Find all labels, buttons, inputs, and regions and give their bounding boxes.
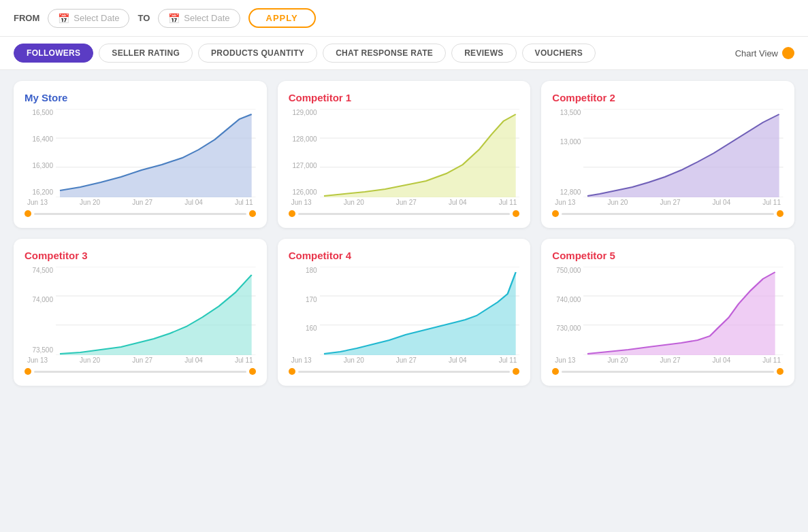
chart-card-competitor-1: Competitor 1129,000128,000127,000126,000… [278, 81, 531, 228]
chart-title-competitor-4: Competitor 4 [289, 250, 520, 261]
chart-card-my-store: My Store16,50016,40016,30016,200 Jun 13J… [14, 81, 267, 228]
range-slider-competitor-5[interactable] [552, 368, 783, 375]
range-slider-my-store[interactable] [25, 210, 256, 217]
y-axis-competitor-2: 13,50013,00012,800 [552, 109, 581, 197]
chart-svg-competitor-2 [583, 109, 783, 197]
to-date-input[interactable]: 📅 Select Date [158, 9, 240, 28]
chart-svg-competitor-1 [320, 109, 520, 197]
tab-products-quantity[interactable]: PRODUCTS QUANTITY [198, 44, 317, 63]
chart-title-competitor-2: Competitor 2 [552, 92, 783, 103]
from-date-input[interactable]: 📅 Select Date [48, 9, 129, 28]
y-axis-competitor-5: 750,000740,000730,000 [552, 267, 581, 355]
range-dot-right [777, 368, 783, 375]
chart-view-label: Chart View [735, 48, 778, 59]
range-dot-left [289, 210, 295, 217]
range-dot-right [777, 210, 783, 217]
range-line [298, 213, 511, 215]
from-date-placeholder: Select Date [74, 13, 119, 23]
chart-title-competitor-5: Competitor 5 [552, 250, 783, 261]
range-dot-left [552, 368, 559, 375]
chart-card-competitor-3: Competitor 374,50074,00073,500 Jun 13Jun… [14, 239, 267, 386]
chart-svg-competitor-5 [583, 267, 783, 355]
chart-svg-competitor-4 [320, 267, 520, 355]
y-axis-competitor-3: 74,50074,00073,500 [25, 267, 53, 355]
range-slider-competitor-1[interactable] [289, 210, 520, 217]
x-axis-competitor-4: Jun 13Jun 20Jun 27Jul 04Jul 11 [289, 356, 520, 364]
range-dot-left [25, 210, 31, 217]
range-dot-right [513, 368, 519, 375]
to-label: TO [138, 13, 150, 23]
top-bar: FROM 📅 Select Date TO 📅 Select Date APPL… [0, 0, 808, 37]
chart-title-competitor-1: Competitor 1 [289, 92, 520, 103]
calendar-icon-from: 📅 [58, 13, 69, 24]
x-axis-my-store: Jun 13Jun 20Jun 27Jul 04Jul 11 [25, 199, 256, 206]
range-line [562, 371, 774, 373]
chart-view-dot [782, 47, 794, 59]
calendar-icon-to: 📅 [168, 13, 180, 24]
chart-card-competitor-2: Competitor 213,50013,00012,800 Jun 13Jun… [541, 81, 794, 228]
range-line [562, 213, 774, 215]
range-dot-left [289, 368, 295, 375]
range-slider-competitor-2[interactable] [552, 210, 783, 217]
x-axis-competitor-3: Jun 13Jun 20Jun 27Jul 04Jul 11 [25, 356, 256, 364]
chart-card-competitor-5: Competitor 5750,000740,000730,000 Jun 13… [541, 239, 794, 386]
chart-card-competitor-4: Competitor 4180170160 Jun 13Jun 20Jun 27… [278, 239, 531, 386]
x-axis-competitor-2: Jun 13Jun 20Jun 27Jul 04Jul 11 [552, 199, 783, 206]
tab-chat-response-rate[interactable]: CHAT RESPONSE RATE [323, 44, 446, 63]
apply-button[interactable]: APPLY [248, 8, 316, 28]
x-axis-competitor-1: Jun 13Jun 20Jun 27Jul 04Jul 11 [289, 199, 520, 206]
chart-title-competitor-3: Competitor 3 [25, 250, 256, 261]
range-dot-left [25, 368, 31, 375]
chart-svg-competitor-3 [56, 267, 256, 355]
tab-followers[interactable]: FOLLOWERS [14, 44, 93, 63]
range-line [298, 371, 511, 373]
to-date-placeholder: Select Date [184, 13, 229, 23]
chart-view-toggle[interactable]: Chart View [735, 47, 794, 59]
range-line [34, 213, 246, 215]
y-axis-competitor-4: 180170160 [289, 267, 317, 355]
chart-title-my-store: My Store [25, 92, 256, 103]
tabs-bar: FOLLOWERSSELLER RATINGPRODUCTS QUANTITYC… [0, 37, 808, 70]
charts-grid: My Store16,50016,40016,30016,200 Jun 13J… [0, 70, 808, 397]
tab-reviews[interactable]: REVIEWS [451, 44, 516, 63]
from-label: FROM [14, 13, 39, 23]
y-axis-competitor-1: 129,000128,000127,000126,000 [289, 109, 317, 197]
range-dot-right [249, 368, 256, 375]
chart-svg-my-store [56, 109, 256, 197]
y-axis-my-store: 16,50016,40016,30016,200 [25, 109, 53, 197]
tab-seller-rating[interactable]: SELLER RATING [99, 44, 193, 63]
range-dot-right [513, 210, 519, 217]
range-slider-competitor-4[interactable] [289, 368, 520, 375]
range-slider-competitor-3[interactable] [25, 368, 256, 375]
range-dot-left [552, 210, 559, 217]
x-axis-competitor-5: Jun 13Jun 20Jun 27Jul 04Jul 11 [552, 356, 783, 364]
range-line [34, 371, 246, 373]
tab-vouchers[interactable]: VOUCHERS [522, 44, 596, 63]
range-dot-right [249, 210, 256, 217]
